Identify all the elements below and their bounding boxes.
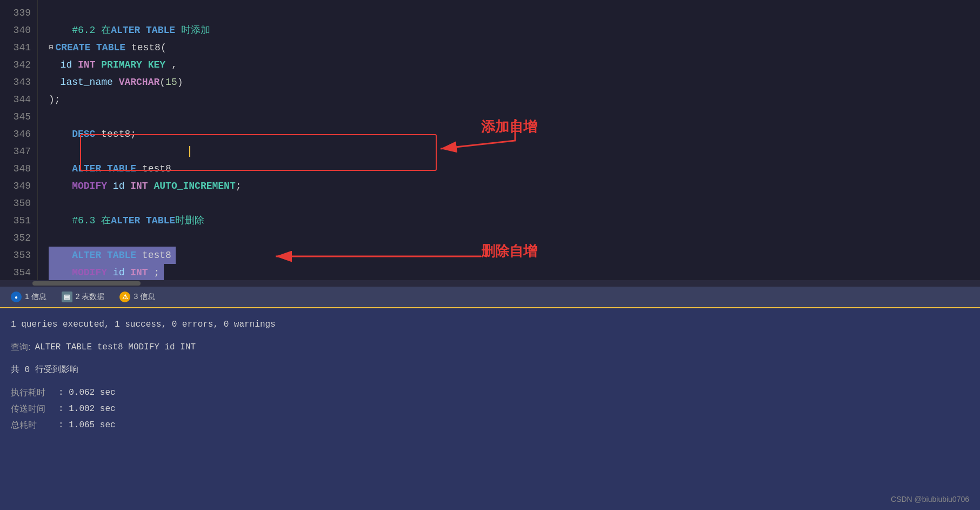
rows-affected-row: 共 0 行受到影响: [11, 362, 969, 377]
csdn-watermark: CSDN @biubiubiu0706: [891, 495, 969, 504]
tab-1-label: 1 信息: [25, 292, 46, 302]
tab-2-icon: ▤: [62, 292, 72, 302]
arrow-del-auto: [270, 247, 486, 268]
panel-tabs: ● 1 信息 ▤ 2 表数据 ⚠ 3 信息: [0, 287, 980, 308]
exec-time-row: 执行耗时 : 0.062 sec: [11, 385, 969, 400]
code-line-341: ⊟ CREATE TABLE test8(: [49, 39, 969, 56]
tab-2-table[interactable]: ▤ 2 表数据: [55, 289, 111, 304]
tab-3-label: 3 信息: [134, 292, 155, 302]
code-line-349: MODIFY id INT AUTO_INCREMENT ;: [49, 177, 969, 195]
tab-3-info[interactable]: ⚠ 3 信息: [113, 289, 162, 304]
code-line-343: last_name VARCHAR ( 15 ): [49, 74, 969, 91]
code-line-340: #6.2 在ALTER TABLE 时添加: [49, 22, 969, 39]
total-time-row: 总耗时 : 1.065 sec: [11, 418, 969, 433]
line-numbers: 339 340 341 342 343 344 345 346 347 348 …: [0, 0, 38, 287]
code-line-351: #6.3 在 ALTER TABLE 时删除: [49, 212, 969, 229]
result-summary: 1 queries executed, 1 success, 0 errors,…: [11, 317, 969, 332]
total-time-label: 总耗时: [11, 418, 54, 433]
exec-time-label: 执行耗时: [11, 385, 54, 400]
rows-affected-text: 共 0 行受到影响: [11, 362, 78, 377]
code-line-348: ALTER TABLE test8: [49, 160, 969, 177]
transfer-time-row: 传送时间 : 1.002 sec: [11, 401, 969, 416]
bottom-panel: ● 1 信息 ▤ 2 表数据 ⚠ 3 信息 1 queries executed…: [0, 287, 980, 510]
annotation-del-auto: 删除自增: [481, 242, 537, 260]
query-label: 查询:: [11, 340, 30, 355]
code-line-344: );: [49, 91, 969, 108]
comment-340: #6.2 在ALTER TABLE 时添加: [49, 22, 210, 39]
query-value: ALTER TABLE test8 MODIFY id INT: [35, 340, 196, 355]
code-line-350: [49, 195, 969, 212]
tab-2-label: 2 表数据: [76, 292, 105, 302]
transfer-time-value: : 1.002 sec: [58, 401, 116, 416]
annotation-add-auto: 添加自增: [481, 118, 537, 135]
editor-area: 339 340 341 342 343 344 345 346 347 348 …: [0, 0, 980, 287]
tab-1-info[interactable]: ● 1 信息: [4, 289, 53, 304]
code-line-353: ALTER TABLE test8: [49, 247, 176, 264]
code-line-347: [49, 143, 969, 160]
code-content[interactable]: #6.2 在ALTER TABLE 时添加 ⊟ CREATE TABLE tes…: [38, 0, 980, 287]
transfer-time-label: 传送时间: [11, 401, 54, 416]
cursor: [189, 146, 190, 157]
tab-3-icon: ⚠: [119, 292, 130, 302]
scrollbar-thumb[interactable]: [32, 281, 141, 286]
query-row: 查询: ALTER TABLE test8 MODIFY id INT: [11, 340, 969, 355]
total-time-value: : 1.065 sec: [58, 418, 116, 433]
tab-1-icon: ●: [11, 292, 22, 302]
exec-time-value: : 0.062 sec: [58, 385, 116, 400]
code-line-339: [49, 4, 969, 22]
code-line-342: id INT PRIMARY KEY ,: [49, 56, 969, 74]
horizontal-scrollbar[interactable]: [0, 280, 980, 287]
result-summary-text: 1 queries executed, 1 success, 0 errors,…: [11, 317, 276, 332]
panel-content: 1 queries executed, 1 success, 0 errors,…: [0, 308, 980, 442]
code-line-354: MODIFY id INT ;: [49, 264, 164, 281]
